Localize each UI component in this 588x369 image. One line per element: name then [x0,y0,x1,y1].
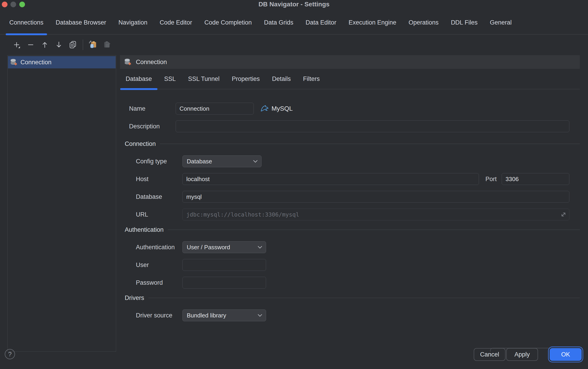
plus-icon [12,41,21,49]
section-rule [168,229,580,230]
authentication-row: Authentication User / Password [136,241,569,253]
copy-connection-to-clipboard-button[interactable] [88,40,98,50]
tab-properties[interactable]: Properties [228,69,263,89]
chevron-down-icon [253,160,258,163]
authentication-select[interactable]: User / Password [182,241,266,253]
move-down-button[interactable] [54,40,64,50]
section-authentication: Authentication [125,226,580,233]
mysql-icon [260,104,269,113]
remove-connection-button[interactable] [25,40,36,50]
port-label: Port [485,176,497,183]
chevron-down-icon [258,314,262,317]
footer: ? Cancel Apply OK [0,352,588,369]
tab-details[interactable]: Details [268,69,294,89]
url-label: URL [136,211,182,218]
name-input[interactable] [176,103,254,114]
list-item-label: Connection [20,59,51,66]
database-input[interactable] [182,191,569,203]
section-drivers: Drivers [125,295,580,301]
expand-icon[interactable] [560,211,567,218]
password-label: Password [136,279,182,286]
section-connection-title: Connection [125,140,156,147]
config-type-select[interactable]: Database [182,155,262,167]
tab-connections[interactable]: Connections [6,11,47,34]
tab-ddl-files[interactable]: DDL Files [447,11,481,34]
detail-header: Connection [120,55,580,69]
duplicate-connection-button[interactable] [68,40,78,50]
description-label: Description [129,123,176,130]
tab-filters[interactable]: Filters [299,69,324,89]
connection-tab-bar: Database SSL SSL Tunnel Properties Detai… [120,69,580,89]
database-row: Database [136,191,569,203]
clipboard-database-icon [88,40,97,49]
driver-source-value: Bundled library [187,312,226,319]
tab-data-grids[interactable]: Data Grids [260,11,297,34]
help-button[interactable]: ? [5,349,15,359]
section-rule [148,298,580,298]
tab-general[interactable]: General [486,11,515,34]
clipboard-icon [102,40,112,49]
tab-data-editor[interactable]: Data Editor [302,11,340,34]
password-input[interactable] [182,277,266,288]
name-label: Name [129,105,176,112]
description-input[interactable] [176,120,569,132]
ok-button[interactable]: OK [550,348,582,361]
titlebar: DB Navigator - Settings [0,0,588,11]
database-new-icon [10,58,18,67]
url-input[interactable] [182,209,569,220]
config-type-value: Database [187,158,212,165]
tab-navigation[interactable]: Navigation [115,11,151,34]
user-row: User [136,259,569,271]
tab-database-browser[interactable]: Database Browser [52,11,110,34]
list-item-connection[interactable]: Connection [8,56,116,68]
description-row: Description [129,120,569,132]
move-up-button[interactable] [40,40,50,50]
host-label: Host [136,176,182,183]
add-connection-button[interactable] [11,40,22,50]
apply-button[interactable]: Apply [506,348,538,361]
question-icon: ? [8,351,12,358]
tab-operations[interactable]: Operations [405,11,442,34]
toolbar-separator [83,40,83,50]
tab-ssl[interactable]: SSL [161,69,180,89]
name-row: Name MySQL [129,103,569,114]
connection-form: Name MySQL Description Connection Config [120,90,580,352]
config-type-label: Config type [136,158,182,165]
settings-tab-bar: Connections Database Browser Navigation … [0,11,588,35]
minus-icon [27,41,35,49]
driver-source-label: Driver source [136,312,182,319]
tab-code-completion[interactable]: Code Completion [201,11,255,34]
config-type-row: Config type Database [136,155,569,167]
host-row: Host Port [136,173,569,185]
tab-execution-engine[interactable]: Execution Engine [345,11,400,34]
connection-list-toolbar [0,35,116,55]
tab-code-editor[interactable]: Code Editor [156,11,196,34]
settings-window: DB Navigator - Settings Connections Data… [0,0,588,369]
database-type-badge: MySQL [260,104,293,113]
user-input[interactable] [182,259,266,271]
copy-icon [69,41,77,49]
port-input[interactable] [502,173,569,185]
user-label: User [136,262,182,268]
authentication-value: User / Password [187,244,230,251]
driver-source-row: Driver source Bundled library [136,309,569,321]
section-authentication-title: Authentication [125,226,163,233]
section-rule [160,144,580,144]
tab-ssl-tunnel[interactable]: SSL Tunnel [184,69,223,89]
database-type-label: MySQL [272,105,293,112]
driver-source-select[interactable]: Bundled library [182,309,266,321]
paste-connection-button-disabled[interactable] [102,40,112,50]
arrow-down-icon [55,41,63,49]
window-title: DB Navigator - Settings [0,1,588,8]
host-input[interactable] [182,173,479,185]
section-connection: Connection [125,140,580,147]
chevron-down-icon [258,246,262,249]
cancel-button[interactable]: Cancel [474,348,506,361]
url-row: URL [136,209,569,220]
password-row: Password [136,277,569,288]
section-drivers-title: Drivers [125,295,144,301]
arrow-up-icon [41,41,49,49]
tab-database[interactable]: Database [122,69,156,89]
detail-header-title: Connection [136,59,167,66]
authentication-label: Authentication [136,244,182,251]
